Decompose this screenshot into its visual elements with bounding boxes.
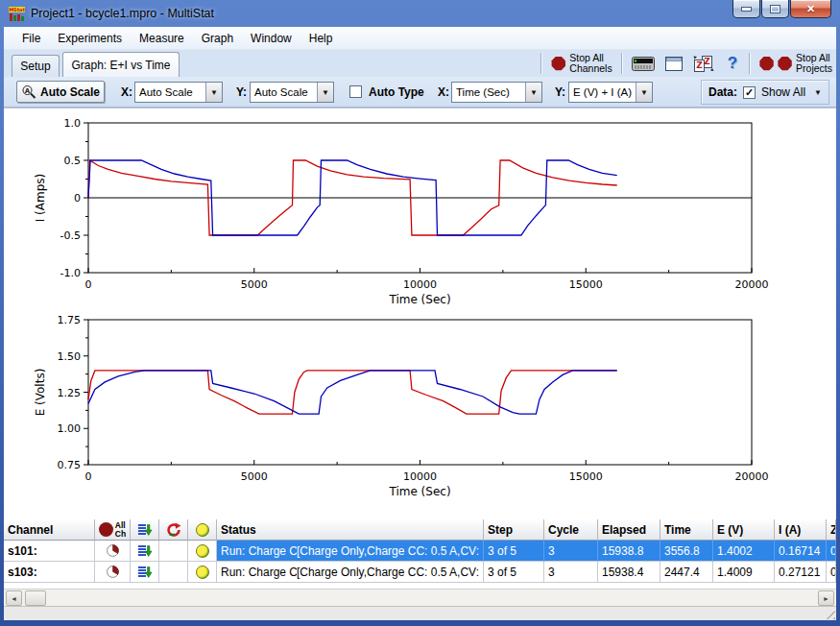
menu-window[interactable]: Window xyxy=(242,29,300,48)
menu-measure[interactable]: Measure xyxy=(131,29,193,48)
chevron-down-icon[interactable]: ▼ xyxy=(317,83,333,102)
data-show-group: Data: ✓ Show All ▼ xyxy=(701,80,829,105)
y-axis-select[interactable]: E (V) + I (A) ▼ xyxy=(568,82,653,103)
i-cell[interactable]: 0.16714 xyxy=(775,541,827,562)
close-button[interactable]: ✕ xyxy=(790,0,831,18)
col-status[interactable]: Status xyxy=(217,519,484,541)
new-window-button[interactable] xyxy=(663,56,684,72)
graph-panel: 1.00.50-0.5-1.005000100001500020000Time … xyxy=(4,108,836,519)
separator xyxy=(621,53,623,74)
pie-progress-icon xyxy=(106,543,120,558)
col-e[interactable]: E (V) xyxy=(713,519,775,541)
col-status-light[interactable] xyxy=(188,519,217,541)
cycle-cell[interactable]: 3 xyxy=(544,541,598,562)
x-axis-label: X: xyxy=(438,85,449,99)
stop-all-projects-button[interactable]: Stop AllProjects xyxy=(757,52,834,76)
e-cell[interactable]: 1.4009 xyxy=(713,562,775,583)
y-axis-label: Y: xyxy=(555,85,565,99)
loop-cell[interactable] xyxy=(159,562,188,583)
pie-cell[interactable] xyxy=(95,541,131,562)
show-all-checkbox[interactable]: ✓ xyxy=(743,86,756,99)
channel-table: Channel AllCh xyxy=(4,519,836,589)
stop-icon xyxy=(759,57,774,71)
menu-experiments[interactable]: Experiments xyxy=(49,29,131,48)
charts-svg: 1.00.50-0.5-1.005000100001500020000Time … xyxy=(4,108,836,520)
chevron-down-icon[interactable]: ▼ xyxy=(814,88,822,97)
col-z[interactable]: Z xyxy=(827,519,836,541)
col-elapsed[interactable]: Elapsed xyxy=(598,519,660,541)
instrument-panel-button[interactable] xyxy=(630,56,657,72)
status-cell[interactable]: Run: Charge Cycle [Charge Only,Charge CC… xyxy=(217,562,484,583)
step-list-icon xyxy=(137,565,153,580)
y-tick-label: 0.5 xyxy=(64,155,82,167)
stop-all-icon xyxy=(99,522,113,537)
channel-cell[interactable]: s103: xyxy=(4,562,95,583)
cycle-cell[interactable]: 3 xyxy=(544,562,598,583)
col-i[interactable]: I (A) xyxy=(775,519,827,541)
scrollbar-thumb[interactable] xyxy=(25,590,46,606)
horizontal-scrollbar[interactable]: ◄ ► xyxy=(4,589,836,606)
show-all-label: Show All xyxy=(761,85,805,99)
channel-cell[interactable]: s101: xyxy=(4,541,95,562)
steps-cell[interactable] xyxy=(131,562,159,583)
step-list-icon xyxy=(137,543,153,559)
time-cell[interactable]: 3556.8 xyxy=(660,541,713,562)
i-cell[interactable]: 0.27121 xyxy=(775,562,827,583)
col-cycle[interactable]: Cycle xyxy=(544,519,598,541)
col-loop[interactable] xyxy=(159,519,188,541)
data-label: Data: xyxy=(708,85,737,99)
minimize-button[interactable] xyxy=(732,0,760,18)
status-light-cell[interactable] xyxy=(188,541,217,562)
auto-type-checkbox[interactable]: ✓ xyxy=(349,85,362,98)
maximize-button[interactable] xyxy=(761,0,789,18)
col-all-channels[interactable]: AllCh xyxy=(95,519,131,541)
loop-cell[interactable] xyxy=(159,541,188,562)
x-scale-select[interactable]: Auto Scale ▼ xyxy=(134,82,223,103)
tab-setup[interactable]: Setup xyxy=(12,55,60,77)
tab-graph[interactable]: Graph: E+I vs Time xyxy=(62,52,180,77)
col-time[interactable]: Time xyxy=(660,519,713,541)
status-cell[interactable]: Run: Charge Cycle [Charge Only,Charge CC… xyxy=(217,541,484,562)
resize-grip[interactable] xyxy=(823,607,835,619)
step-cell[interactable]: 3 of 5 xyxy=(484,541,544,562)
stop-all-channels-button[interactable]: Stop AllChannels xyxy=(549,52,613,76)
x-tick-label: 10000 xyxy=(403,278,437,291)
z-cell[interactable]: 0, xyxy=(827,541,836,562)
y-tick-label: 1.00 xyxy=(58,422,82,435)
scroll-right-button[interactable]: ► xyxy=(818,590,834,606)
z-cell[interactable]: 0, xyxy=(827,562,836,583)
elapsed-cell[interactable]: 15938.4 xyxy=(598,562,660,583)
auto-scale-button[interactable]: A Auto Scale xyxy=(16,81,105,103)
help-button[interactable]: ? xyxy=(723,53,742,74)
y-tick-label: 0.75 xyxy=(58,459,82,471)
stop-icon xyxy=(551,57,565,71)
y-scale-select[interactable]: Auto Scale ▼ xyxy=(250,82,334,103)
col-channel[interactable]: Channel xyxy=(4,519,95,541)
steps-cell[interactable] xyxy=(131,541,159,562)
elapsed-cell[interactable]: 15938.8 xyxy=(598,541,660,562)
scroll-left-button[interactable]: ◄ xyxy=(6,590,22,606)
pie-cell[interactable] xyxy=(95,562,131,583)
window-controls: ✕ xyxy=(732,0,831,18)
time-cell[interactable]: 2447.4 xyxy=(660,562,713,583)
e-cell[interactable]: 1.4002 xyxy=(713,541,775,562)
table-row[interactable]: s103: Run: Charge Cycle xyxy=(4,562,836,583)
x-axis-select[interactable]: Time (Sec) ▼ xyxy=(451,82,542,103)
magnifier-icon: A xyxy=(21,84,36,100)
col-steps[interactable] xyxy=(131,519,159,541)
menu-graph[interactable]: Graph xyxy=(193,29,242,48)
chevron-down-icon[interactable]: ▼ xyxy=(205,83,222,102)
chevron-down-icon[interactable]: ▼ xyxy=(636,83,652,102)
col-step[interactable]: Step xyxy=(484,519,544,541)
menu-file[interactable]: File xyxy=(13,29,49,48)
status-light-cell[interactable] xyxy=(188,562,217,583)
x-scale-label: X: xyxy=(121,85,132,99)
step-list-icon xyxy=(137,522,153,538)
x-tick-label: 5000 xyxy=(241,278,268,291)
chevron-down-icon[interactable]: ▼ xyxy=(525,83,541,102)
switch-impedance-view-button[interactable]: Z Z xyxy=(691,55,716,73)
menu-help[interactable]: Help xyxy=(300,29,342,48)
step-cell[interactable]: 3 of 5 xyxy=(484,562,544,583)
table-row[interactable]: s101: Run: Charge Cycle xyxy=(4,541,836,562)
title-bar[interactable]: MStat Project1 - bcycle1.mpro - MultiSta… xyxy=(0,0,840,27)
